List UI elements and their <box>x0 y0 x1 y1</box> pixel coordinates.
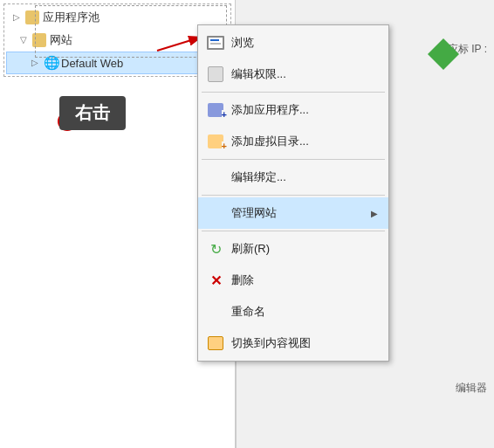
context-menu: 浏览 编辑权限... + 添加应用程序... + 添加虚拟目录... 编辑绑定.… <box>197 24 389 362</box>
toolbar-area <box>428 38 459 70</box>
no-icon-1 <box>205 167 226 188</box>
edit-bind-label: 编辑绑定... <box>231 169 286 185</box>
separator-1 <box>202 92 385 93</box>
delete-label: 删除 <box>231 272 254 288</box>
menu-item-switch-view[interactable]: 切换到内容视图 <box>198 327 388 359</box>
tree-expand-arrow: ▷ <box>13 12 24 23</box>
no-icon-2 <box>205 203 226 224</box>
tree-item-app-pool[interactable]: ▷ 应用程序池 <box>6 6 229 29</box>
website-group-label: 网站 <box>50 32 72 48</box>
go-icon <box>428 38 459 70</box>
rightclick-label: 右击 <box>59 96 126 130</box>
browse-label: 浏览 <box>231 35 254 51</box>
tree-item-website-group[interactable]: ▽ 网站 <box>6 29 229 52</box>
no-icon-3 <box>205 301 226 322</box>
default-web-label: Default Web <box>61 57 123 70</box>
tree-leaf-arrow: ▷ <box>31 58 42 68</box>
menu-item-add-vdir[interactable]: + 添加虚拟目录... <box>198 126 388 157</box>
permission-icon <box>205 64 226 85</box>
menu-item-delete[interactable]: ✕ 删除 <box>198 265 388 296</box>
menu-item-edit-bind[interactable]: 编辑绑定... <box>198 162 388 193</box>
add-vdir-label: 添加虚拟目录... <box>231 134 309 149</box>
menu-item-add-app[interactable]: + 添加应用程序... <box>198 94 388 126</box>
add-vdir-icon: + <box>205 131 226 152</box>
delete-icon: ✕ <box>205 270 226 291</box>
editor-label: 编辑器 <box>456 381 487 396</box>
menu-item-edit-perm[interactable]: 编辑权限... <box>198 59 388 90</box>
refresh-icon: ↻ <box>205 238 226 259</box>
globe-icon: 🌐 <box>44 56 58 70</box>
separator-4 <box>202 231 385 231</box>
menu-item-browse[interactable]: 浏览 <box>198 27 388 59</box>
separator-2 <box>202 159 385 160</box>
content-view-icon <box>205 333 226 354</box>
refresh-label: 刷新(R) <box>231 241 270 257</box>
submenu-arrow: ▶ <box>371 209 378 218</box>
tree-collapse-arrow: ▽ <box>20 35 31 45</box>
menu-item-manage-site[interactable]: 管理网站 ▶ <box>198 197 388 229</box>
app-pool-label: 应用程序池 <box>43 10 99 25</box>
browse-icon <box>205 32 226 53</box>
menu-item-refresh[interactable]: ↻ 刷新(R) <box>198 233 388 265</box>
tree-item-default-web[interactable]: ▷ 🌐 Default Web <box>6 52 229 74</box>
add-app-icon: + <box>205 100 226 121</box>
folder-icon <box>25 10 39 24</box>
add-app-label: 添加应用程序... <box>231 102 309 118</box>
manage-site-label: 管理网站 <box>231 205 277 221</box>
folder-icon <box>32 33 46 47</box>
edit-perm-label: 编辑权限... <box>231 66 286 82</box>
switch-view-label: 切换到内容视图 <box>231 335 311 351</box>
separator-3 <box>202 195 385 196</box>
rename-label: 重命名 <box>231 304 265 320</box>
menu-item-rename[interactable]: 重命名 <box>198 296 388 327</box>
